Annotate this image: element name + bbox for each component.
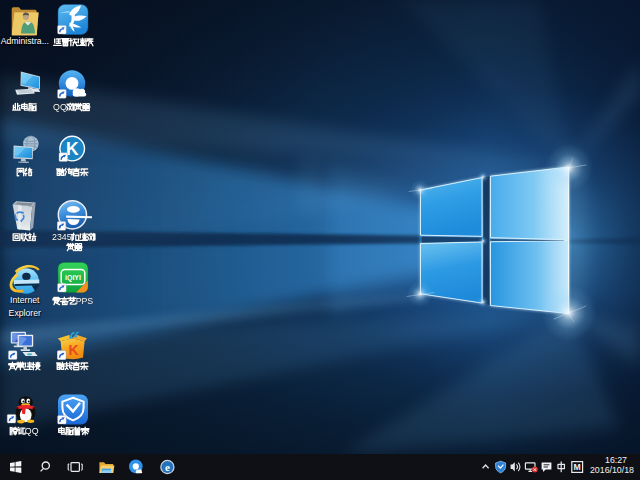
- svg-text:K: K: [69, 342, 79, 358]
- svg-text:M: M: [574, 462, 581, 472]
- svg-text:K: K: [66, 139, 79, 159]
- svg-text:QQ: QQ: [53, 102, 67, 112]
- svg-text:iQIYI: iQIYI: [65, 274, 81, 282]
- svg-text:2345: 2345: [52, 232, 72, 242]
- svg-text:QQ: QQ: [25, 427, 39, 437]
- svg-text:PPS: PPS: [75, 296, 93, 306]
- svg-text:e: e: [165, 461, 170, 473]
